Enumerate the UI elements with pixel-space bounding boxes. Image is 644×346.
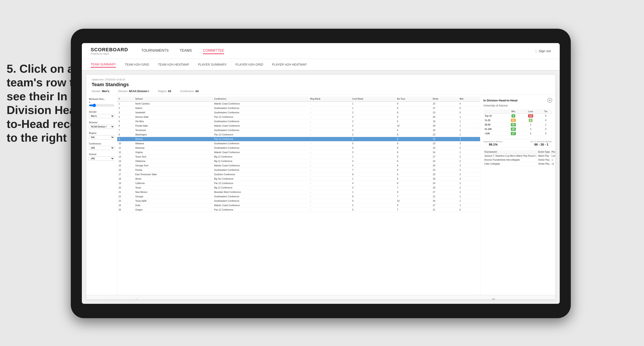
region-filter-label: Region bbox=[89, 132, 114, 134]
table-row[interactable]: 16 Florida Southeastern Conference - 7 9… bbox=[117, 168, 480, 172]
cell-num: 14 bbox=[117, 159, 134, 164]
conference-filter-group: Conference (All) bbox=[89, 143, 114, 150]
cell-win: 2 bbox=[458, 181, 480, 185]
table-row[interactable]: 1 North Carolina Atlantic Coast Conferen… bbox=[117, 101, 480, 106]
h2h-range-top10: Top 10 bbox=[484, 114, 505, 118]
share-button[interactable]: ↗ Share bbox=[539, 298, 552, 299]
tournament-row-3[interactable]: Cabo Collegiate Stroke Play 11 17 bbox=[484, 162, 555, 166]
cell-rnds: 18 bbox=[432, 128, 458, 133]
table-row[interactable]: 10 Alabama Southeastern Conference - 5 8… bbox=[117, 141, 480, 146]
cell-conf-rank: 9 bbox=[351, 199, 396, 203]
table-row[interactable]: 18 Illinois Big Ten Conference - 1 9 28 … bbox=[117, 177, 480, 181]
toolbar-clock[interactable]: 🕐 bbox=[133, 298, 140, 299]
subnav-player-h2h-grid[interactable]: PLAYER H2H GRID bbox=[236, 62, 263, 67]
conference-select[interactable]: (All) bbox=[89, 146, 114, 150]
cell-reg-rank: - bbox=[309, 150, 351, 155]
subnav-player-summary[interactable]: PLAYER SUMMARY bbox=[198, 62, 226, 67]
table-row[interactable]: 24 Duke Atlantic Coast Conference - 5 9 … bbox=[117, 203, 480, 208]
undo-button[interactable]: ↩ bbox=[90, 298, 95, 299]
cell-school: Florida State bbox=[134, 124, 213, 128]
cell-school: Alabama bbox=[134, 141, 213, 146]
table-row[interactable]: 8 Washington Pac-12 Conference - 2 8 23 … bbox=[117, 133, 480, 137]
h2h-header-row: Win Loss Tie bbox=[484, 109, 552, 114]
view-original-button[interactable]: 👁 View: Original bbox=[465, 298, 487, 300]
table-row[interactable]: 23 Texas A&M Southeastern Conference - 9… bbox=[117, 199, 480, 203]
h2h-row-26-50[interactable]: 26-50 25 2 1 bbox=[484, 123, 552, 127]
main-content: Update time: 27/03/2024 16:56:26 Team St… bbox=[82, 70, 560, 304]
cell-win: 3 bbox=[458, 172, 480, 177]
division-value: NCAA Division I bbox=[129, 90, 149, 93]
region-select[interactable]: N/A bbox=[89, 135, 114, 139]
cell-num: 4 bbox=[117, 115, 134, 119]
save-custom-button[interactable]: 💾 Save Custom View bbox=[490, 298, 518, 299]
subnav-team-h2h-grid[interactable]: TEAM H2H GRID bbox=[125, 62, 149, 67]
cell-no-tour: 8 bbox=[396, 159, 432, 164]
cell-conference: Pac-12 Conference bbox=[213, 133, 309, 137]
table-row[interactable]: 9 Arizona Pac-12 Conference - 5 8 22 3 bbox=[117, 137, 480, 141]
toolbar-icon-3[interactable]: ⊕ bbox=[124, 298, 130, 299]
table-row[interactable]: 7 Tennessee Southeastern Conference - 4 … bbox=[117, 128, 480, 133]
cell-reg-rank: - bbox=[309, 190, 351, 194]
table-row[interactable]: 17 East Tennessee State Southern Confere… bbox=[117, 172, 480, 177]
table-row[interactable]: 13 Texas Tech Big 12 Conference - 1 9 27… bbox=[117, 155, 480, 159]
table-row[interactable]: 15 Georgia Tech Atlantic Coast Conferenc… bbox=[117, 164, 480, 168]
nav-teams[interactable]: TEAMS bbox=[180, 48, 192, 54]
filter-gender: Gender: Men's bbox=[92, 90, 109, 93]
h2h-row-51-100[interactable]: 51-100 20 3 0 bbox=[484, 127, 552, 132]
h2h-tie-100plus: 0 bbox=[539, 132, 552, 136]
toolbar-icon-1[interactable]: ⊞ bbox=[107, 298, 112, 299]
tournament-row-2[interactable]: Arizona Thunderbirds Intercollegiate Str… bbox=[484, 158, 555, 162]
subnav-team-summary[interactable]: TEAM SUMMARY bbox=[91, 62, 116, 68]
h2h-tie-11-25: 0 bbox=[539, 118, 552, 123]
cell-win: 3 bbox=[458, 137, 480, 141]
cell-no-tour: 9 bbox=[396, 190, 432, 194]
app-header: Update time: 27/03/2024 16:56:26 Team St… bbox=[86, 75, 555, 95]
nav-committee[interactable]: COMMITTEE bbox=[203, 48, 224, 54]
table-row[interactable]: 12 Virginia Atlantic Coast Conference - … bbox=[117, 150, 480, 155]
cell-reg-rank: - bbox=[309, 119, 351, 124]
cell-conf-rank: 2 bbox=[351, 111, 396, 115]
nav-tournaments[interactable]: TOURNAMENTS bbox=[141, 48, 168, 54]
cell-win: 4 bbox=[458, 168, 480, 172]
table-row[interactable]: 21 New Mexico Mountain West Conference -… bbox=[117, 190, 480, 194]
h2h-row-top10[interactable]: Top 10 3 13 0 bbox=[484, 114, 552, 118]
min-rounds-value: 4 bbox=[89, 101, 114, 104]
h2h-row-100plus[interactable]: >100 27 0 0 bbox=[484, 132, 552, 136]
tournament-row-1[interactable]: Jackson T. Stephens Cup Men's Match-Play… bbox=[484, 154, 555, 158]
min-rounds-slider[interactable] bbox=[89, 104, 114, 107]
division-select[interactable]: NCAA Division I bbox=[89, 125, 114, 129]
subnav-player-h2h-heatmap[interactable]: PLAYER H2H HEATMAP bbox=[272, 62, 307, 67]
table-row[interactable]: 5 Ole Miss Southeastern Conference - 3 6… bbox=[117, 119, 480, 124]
sign-out-link[interactable]: Sign out bbox=[539, 49, 551, 53]
cell-num: 22 bbox=[117, 194, 134, 199]
subnav-team-h2h-heatmap[interactable]: TEAM H2H HEATMAP bbox=[158, 62, 189, 67]
school-select[interactable]: (All) bbox=[89, 157, 114, 161]
table-row[interactable]: 14 Oklahoma Big 12 Conference - 3 8 24 2 bbox=[117, 159, 480, 164]
h2h-header: In Division Head-to-Head ✕ bbox=[484, 98, 552, 103]
table-row[interactable]: 20 Texas Big 12 Conference - 3 7 20 2 bbox=[117, 185, 480, 190]
min-rounds-label: Minimum Rou... bbox=[89, 98, 114, 100]
cell-rnds: 24 bbox=[432, 168, 458, 172]
table-row[interactable]: 19 California Pac-12 Conference - 4 8 24… bbox=[117, 181, 480, 185]
h2h-row-11-25[interactable]: 11-25 11 8 0 bbox=[484, 118, 552, 123]
table-row[interactable]: 25 Oregon Pac-12 Conference - 5 7 21 0 bbox=[117, 208, 480, 212]
conference-value: All bbox=[195, 90, 199, 93]
redo-button[interactable]: ↪ bbox=[98, 298, 104, 299]
cell-win: 2 bbox=[458, 155, 480, 159]
table-row[interactable]: 6 Florida State Atlantic Coast Conferenc… bbox=[117, 124, 480, 128]
filter-division: Division: NCAA Division I bbox=[118, 90, 149, 93]
table-row[interactable]: 22 Georgia Southeastern Conference - 8 7… bbox=[117, 194, 480, 199]
table-row[interactable]: 3 Vanderbilt Southeastern Conference - 2… bbox=[117, 111, 480, 115]
toolbar-icon-2[interactable]: ⊡ bbox=[116, 298, 121, 299]
gender-select[interactable]: Men's bbox=[89, 114, 114, 118]
table-row[interactable]: 11 Arkansas Southeastern Conference - 6 … bbox=[117, 146, 480, 150]
watch-button[interactable]: 👁 Watch bbox=[522, 298, 536, 300]
gender-label: Gender: bbox=[92, 90, 101, 93]
table-row[interactable]: 2 Auburn Southeastern Conference - 1 9 2… bbox=[117, 106, 480, 111]
cell-no-tour: 9 bbox=[396, 101, 432, 106]
table-row[interactable]: 4 Arizona State Pac-12 Conference - 4 9 … bbox=[117, 115, 480, 119]
cell-no-tour: 6 bbox=[396, 128, 432, 133]
h2h-close-button[interactable]: ✕ bbox=[547, 98, 552, 103]
cell-num: 24 bbox=[117, 203, 134, 208]
cell-win: 3 bbox=[458, 141, 480, 146]
